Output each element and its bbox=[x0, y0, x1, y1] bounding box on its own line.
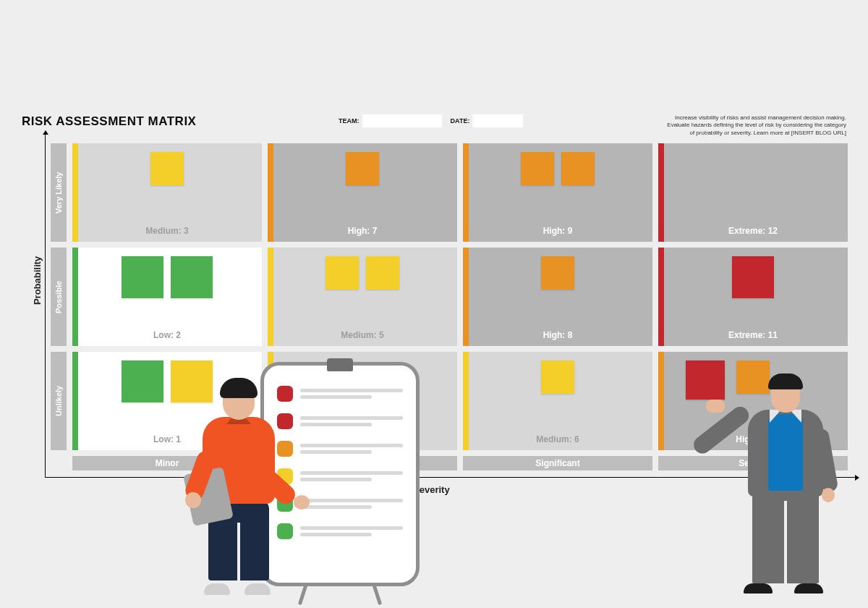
col-label-2: Significant bbox=[463, 456, 652, 470]
cell-label: Medium: 6 bbox=[536, 434, 579, 444]
team-label: TEAM: bbox=[339, 117, 359, 124]
cell-label: Low: 1 bbox=[153, 434, 181, 444]
header: RISK ASSESSMENT MATRIX TEAM: DATE: Incre… bbox=[22, 114, 846, 137]
matrix-cell-0-2[interactable]: High: 9 bbox=[463, 143, 652, 242]
board-row-1 bbox=[277, 413, 403, 429]
cell-label: Extreme: 11 bbox=[728, 330, 778, 340]
row-label-0: Very Likely bbox=[51, 143, 67, 242]
team-input[interactable] bbox=[362, 114, 442, 127]
team-field: TEAM: bbox=[339, 114, 442, 127]
row-labels: Very LikelyPossibleUnlikely bbox=[51, 143, 67, 450]
cell-label: Extreme: 12 bbox=[728, 226, 778, 236]
sticky-note-icon[interactable] bbox=[150, 152, 184, 185]
cell-label: High: 8 bbox=[543, 330, 573, 340]
board-rows bbox=[277, 386, 403, 570]
board-legs bbox=[297, 585, 383, 607]
cell-label: Medium: 3 bbox=[145, 226, 188, 236]
matrix-cell-1-2[interactable]: High: 8 bbox=[463, 248, 652, 346]
board-row-2 bbox=[277, 441, 403, 457]
cell-label: Low: 2 bbox=[153, 330, 181, 340]
placeholder-lines bbox=[300, 416, 403, 426]
sticky-note-icon[interactable] bbox=[326, 256, 359, 290]
date-label: DATE: bbox=[451, 117, 470, 124]
held-sticky-icon bbox=[686, 360, 725, 400]
matrix-row-1: Low: 2Medium: 5High: 8Extreme: 11 bbox=[72, 248, 848, 346]
sticky-note-icon[interactable] bbox=[122, 256, 163, 298]
matrix-cell-2-2[interactable]: Medium: 6 bbox=[463, 352, 652, 450]
date-input[interactable] bbox=[472, 114, 523, 127]
matrix-cell-1-0[interactable]: Low: 2 bbox=[72, 248, 262, 346]
sticky-note-icon[interactable] bbox=[521, 152, 554, 185]
severity-stripe bbox=[658, 143, 664, 242]
sticky-note-icon[interactable] bbox=[122, 360, 163, 402]
row-label-1: Possible bbox=[51, 248, 67, 346]
cell-label: Medium: 5 bbox=[341, 330, 383, 340]
row-label-2: Unlikely bbox=[51, 352, 67, 450]
date-field: DATE: bbox=[451, 114, 524, 127]
board-row-3 bbox=[277, 468, 403, 484]
matrix-cell-1-1[interactable]: Medium: 5 bbox=[268, 248, 457, 346]
meta-fields: TEAM: DATE: bbox=[339, 114, 523, 127]
matrix-cell-0-3[interactable]: Extreme: 12 bbox=[658, 143, 848, 242]
person-presenter bbox=[187, 371, 295, 595]
sticky-note-icon[interactable] bbox=[732, 256, 774, 298]
placeholder-lines bbox=[300, 389, 403, 399]
matrix-cell-0-0[interactable]: Medium: 3 bbox=[72, 143, 262, 242]
y-axis bbox=[45, 135, 46, 478]
sticky-note-icon[interactable] bbox=[561, 152, 595, 185]
placeholder-lines bbox=[300, 499, 403, 509]
matrix-cell-0-1[interactable]: High: 7 bbox=[268, 143, 457, 242]
page-title: RISK ASSESSMENT MATRIX bbox=[22, 114, 196, 129]
sticky-note-icon[interactable] bbox=[171, 256, 213, 298]
y-axis-label: Probability bbox=[32, 256, 43, 305]
description-text: Increase visibility of risks and assist … bbox=[665, 114, 846, 137]
person-executive bbox=[728, 347, 843, 594]
cell-label: High: 9 bbox=[543, 226, 573, 236]
placeholder-lines bbox=[300, 444, 403, 454]
clip-icon bbox=[327, 358, 353, 371]
placeholder-lines bbox=[300, 471, 403, 481]
matrix-row-0: Medium: 3High: 7High: 9Extreme: 12 bbox=[72, 143, 848, 242]
sticky-note-icon[interactable] bbox=[541, 360, 574, 394]
sticky-note-icon[interactable] bbox=[346, 152, 379, 185]
cell-label: High: 7 bbox=[348, 226, 378, 236]
matrix-cell-1-3[interactable]: Extreme: 11 bbox=[658, 248, 848, 346]
board-row-0 bbox=[277, 386, 403, 402]
board-row-5 bbox=[277, 523, 403, 539]
placeholder-lines bbox=[300, 526, 403, 536]
sticky-note-icon[interactable] bbox=[366, 256, 399, 290]
sticky-note-icon[interactable] bbox=[541, 256, 574, 290]
